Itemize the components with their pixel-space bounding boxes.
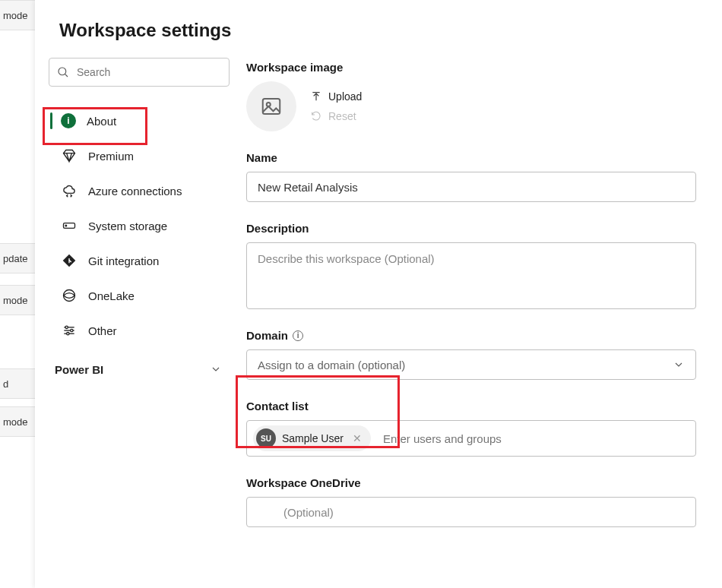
bg-row: mode (0, 406, 35, 437)
sidebar-item-about[interactable]: i About (49, 103, 230, 138)
group-label: Power BI (55, 363, 103, 376)
info-icon[interactable]: i (293, 330, 303, 341)
sliders-icon (61, 322, 78, 339)
sidebar-item-label: About (87, 115, 116, 128)
info-icon: i (61, 113, 76, 128)
settings-panel: Workspace settings i About Premium Azure… (35, 0, 722, 588)
sidebar-item-label: Azure connections (88, 185, 182, 198)
contact-chip-name: Sample User (282, 432, 344, 444)
contact-list-label: Contact list (246, 400, 696, 413)
domain-select[interactable]: Assign to a domain (optional) (246, 349, 696, 380)
workspace-image-placeholder[interactable] (246, 81, 296, 131)
sidebar-item-label: Other (88, 324, 117, 337)
bg-row: d (0, 368, 35, 399)
workspace-image-label: Workspace image (246, 61, 696, 74)
diamond-icon (61, 147, 78, 164)
reset-icon (310, 110, 322, 122)
sidebar-item-azure[interactable]: Azure connections (49, 173, 230, 208)
onelake-icon (61, 287, 78, 304)
reset-button: Reset (310, 110, 362, 122)
onedrive-input[interactable] (246, 497, 696, 527)
search-box[interactable] (49, 58, 230, 87)
sidebar-item-label: OneLake (88, 289, 135, 302)
sidebar-item-git[interactable]: Git integration (49, 243, 230, 278)
contact-text-input[interactable] (377, 432, 689, 445)
svg-line-1 (65, 74, 68, 77)
main-content: Workspace image Upload Reset Name (246, 58, 696, 568)
chevron-down-icon (673, 359, 685, 371)
contact-list-input[interactable]: SU Sample User ✕ (246, 420, 696, 457)
git-icon (61, 252, 78, 269)
bg-row: mode (0, 0, 35, 30)
name-label: Name (246, 151, 696, 164)
upload-button[interactable]: Upload (310, 90, 362, 103)
upload-label: Upload (328, 90, 362, 103)
search-icon (56, 65, 70, 79)
svg-point-3 (65, 225, 67, 226)
sidebar-item-label: Premium (88, 150, 134, 163)
bg-row: pdate (0, 243, 35, 273)
bg-row: mode (0, 285, 35, 315)
svg-point-0 (59, 68, 66, 75)
name-input[interactable] (246, 172, 696, 202)
page-title: Workspace settings (49, 20, 696, 41)
sidebar-item-onelake[interactable]: OneLake (49, 278, 230, 313)
reset-label: Reset (328, 110, 356, 122)
sidebar-group-powerbi[interactable]: Power BI (49, 354, 230, 384)
storage-icon (61, 217, 78, 234)
svg-point-12 (65, 326, 68, 328)
contact-chip[interactable]: SU Sample User ✕ (253, 425, 371, 451)
domain-placeholder: Assign to a domain (optional) (258, 359, 405, 371)
svg-rect-15 (263, 99, 280, 114)
sidebar: i About Premium Azure connections System… (49, 58, 230, 568)
upload-icon (310, 90, 322, 103)
svg-point-13 (71, 329, 73, 331)
avatar: SU (256, 428, 276, 448)
sidebar-item-other[interactable]: Other (49, 313, 230, 348)
description-label: Description (246, 222, 696, 235)
search-input[interactable] (49, 58, 230, 87)
domain-label: Domain i (246, 329, 696, 342)
cloud-sync-icon (61, 182, 78, 199)
sidebar-item-label: Git integration (88, 254, 159, 267)
sidebar-item-premium[interactable]: Premium (49, 138, 230, 173)
sidebar-item-label: System storage (88, 220, 167, 232)
svg-point-8 (64, 290, 75, 302)
svg-point-14 (67, 333, 69, 335)
onedrive-label: Workspace OneDrive (246, 476, 696, 489)
image-icon (260, 95, 283, 118)
remove-chip-icon[interactable]: ✕ (350, 432, 365, 444)
chevron-down-icon (210, 363, 222, 375)
description-input[interactable] (246, 242, 696, 309)
sidebar-item-storage[interactable]: System storage (49, 208, 230, 243)
